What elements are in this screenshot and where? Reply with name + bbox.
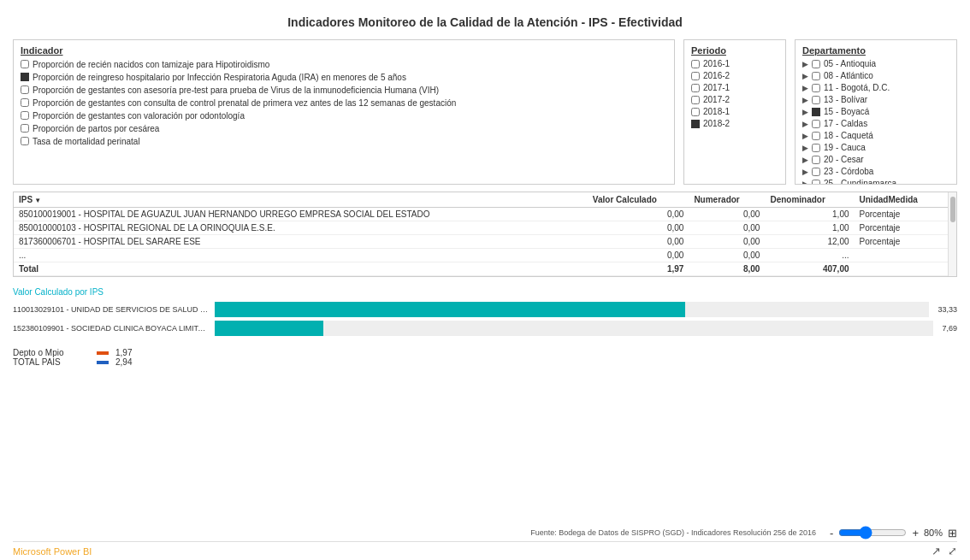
zoom-minus[interactable]: - — [830, 527, 833, 539]
bar-chart-title: Valor Calculado por IPS — [13, 287, 957, 297]
indicador-checkbox[interactable] — [21, 98, 29, 107]
check-filled-icon — [21, 73, 29, 81]
bar-row: 110013029101 - UNIDAD DE SERVICIOS DE SA… — [13, 302, 957, 317]
dept-checkbox[interactable] — [812, 156, 820, 164]
share-icon[interactable]: ↗ — [932, 545, 941, 557]
periodo-item: 2016-1 — [691, 59, 778, 68]
indicador-item: Proporción de gestantes con valoración p… — [21, 110, 667, 121]
cell-unidad: Porcentaje — [855, 208, 948, 221]
departamento-item: ▶18 - Caquetá — [802, 131, 949, 140]
departamento-item: ▶17 - Caldas — [802, 119, 949, 128]
periodo-item: 2016-2 — [691, 71, 778, 80]
dept-arrow-icon: ▶ — [802, 156, 808, 164]
col-valor: Valor Calculado — [588, 192, 689, 208]
indicador-item: Tasa de mortalidad perinatal — [21, 136, 667, 147]
col-denominador: Denominador — [765, 192, 854, 208]
fit-icon[interactable]: ⊞ — [948, 527, 957, 539]
dept-checkbox[interactable] — [812, 144, 820, 152]
dept-arrow-icon: ▶ — [802, 108, 808, 116]
total-numerador: 8,00 — [689, 262, 765, 276]
dept-arrow-icon: ▶ — [802, 120, 808, 128]
metric-label: Depto o Mpio — [13, 348, 90, 357]
main-container: Indicadores Monitoreo de la Calidad de l… — [0, 0, 970, 560]
dept-label: 13 - Bolívar — [824, 95, 867, 104]
bar-fill — [215, 321, 323, 336]
periodo-checkbox[interactable] — [691, 60, 700, 68]
table-scrollbar[interactable] — [948, 192, 956, 276]
indicador-checkbox[interactable] — [21, 124, 29, 133]
zoom-slider[interactable] — [838, 526, 907, 539]
cell-valor: 0,00 — [588, 221, 689, 235]
indicador-item-label: Proporción de recién nacidos con tamizaj… — [33, 59, 269, 70]
periodo-checkbox[interactable] — [691, 72, 700, 80]
cell-unidad: Porcentaje — [855, 221, 948, 235]
departamento-item: ▶11 - Bogotá, D.C. — [802, 83, 949, 92]
dept-checkbox[interactable] — [812, 84, 820, 92]
indicador-item: Proporción de recién nacidos con tamizaj… — [21, 59, 667, 70]
metric-label: TOTAL PAIS — [13, 357, 90, 367]
fullscreen-icon[interactable]: ⤢ — [948, 545, 957, 557]
dept-arrow-icon: ▶ — [802, 60, 808, 68]
col-ips[interactable]: IPS — [14, 192, 588, 208]
table-body: 850100019001 - HOSPITAL DE AGUAZUL JUAN … — [14, 208, 948, 276]
bar-value: 33,33 — [937, 305, 957, 314]
indicador-checkbox[interactable] — [21, 111, 29, 120]
cell-denominador: 1,00 — [765, 208, 854, 221]
dept-checkbox[interactable] — [812, 132, 820, 140]
dept-arrow-icon: ▶ — [802, 144, 808, 152]
indicador-checkbox[interactable] — [21, 60, 29, 68]
table-row: 817360006701 - HOSPITAL DEL SARARE ESE 0… — [14, 235, 948, 249]
bar-row: 152380109901 - SOCIEDAD CLINICA BOYACA L… — [13, 321, 957, 336]
total-denominador: 407,00 — [765, 262, 854, 276]
dept-checkbox[interactable] — [812, 60, 820, 68]
bar-chart-rows: 110013029101 - UNIDAD DE SERVICIOS DE SA… — [13, 302, 957, 336]
cell-numerador: 0,00 — [689, 221, 765, 235]
cell-ips: 817360006701 - HOSPITAL DEL SARARE ESE — [14, 235, 588, 249]
top-section: Indicador Proporción de recién nacidos c… — [13, 39, 957, 185]
dept-checkbox[interactable] — [812, 96, 820, 104]
dept-arrow-icon: ▶ — [802, 84, 808, 92]
bottom-metrics: Depto o Mpio 1,97 TOTAL PAIS 2,94 — [13, 348, 957, 367]
periodo-checkbox[interactable] — [691, 96, 700, 104]
indicador-item: Proporción de gestantes con consulta de … — [21, 97, 667, 109]
dept-checkbox[interactable] — [812, 168, 820, 176]
departamento-title: Departamento — [802, 45, 949, 56]
periodo-label: 2017-2 — [703, 95, 730, 104]
page-title: Indicadores Monitoreo de la Calidad de l… — [13, 15, 957, 29]
cell-ips: 850100019001 - HOSPITAL DE AGUAZUL JUAN … — [14, 208, 588, 221]
periodo-item: 2018-1 — [691, 107, 778, 116]
cell-numerador: 0,00 — [689, 235, 765, 249]
footer-icons: ↗ ⤢ — [932, 545, 957, 557]
zoom-value: 80% — [924, 528, 943, 538]
bar-chart-section: Valor Calculado por IPS 110013029101 - U… — [13, 284, 957, 343]
dept-checkbox[interactable] — [812, 72, 820, 80]
bar-fill — [215, 302, 685, 317]
dept-checkbox[interactable] — [812, 180, 820, 186]
indicador-checkbox[interactable] — [21, 137, 29, 145]
cell-ips: ... — [14, 249, 588, 262]
departamento-item: ▶08 - Atlántico — [802, 71, 949, 80]
indicador-items: Proporción de recién nacidos con tamizaj… — [21, 59, 667, 147]
periodo-label: 2018-1 — [703, 107, 730, 116]
dept-checkbox[interactable] — [812, 120, 820, 128]
periodo-checkbox[interactable] — [691, 108, 700, 116]
departamento-panel: Departamento ▶05 - Antioquia▶08 - Atlánt… — [795, 39, 957, 185]
ips-table-section: IPS Valor Calculado Numerador Denominado… — [13, 192, 957, 277]
indicador-item-label: Tasa de mortalidad perinatal — [33, 136, 140, 147]
departamento-item: ▶20 - Cesar — [802, 155, 949, 164]
power-bi-link[interactable]: Microsoft Power BI — [13, 546, 92, 557]
zoom-plus[interactable]: + — [912, 527, 919, 539]
indicador-item-label: Proporción de gestantes con consulta de … — [33, 97, 456, 109]
metric-dot — [97, 351, 109, 355]
cell-numerador: 0,00 — [689, 208, 765, 221]
indicador-checkbox[interactable] — [21, 85, 29, 94]
indicador-item-label: Proporción de gestantes con valoración p… — [33, 110, 245, 121]
periodo-checkbox[interactable] — [691, 84, 700, 92]
dept-arrow-icon: ▶ — [802, 168, 808, 176]
cell-ips: 850010000103 - HOSPITAL REGIONAL DE LA O… — [14, 221, 588, 235]
cell-denominador: 1,00 — [765, 221, 854, 235]
dept-label: 18 - Caquetá — [824, 131, 873, 140]
dept-check-filled — [812, 108, 820, 116]
cell-valor: 0,00 — [588, 249, 689, 262]
departamento-items: ▶05 - Antioquia▶08 - Atlántico▶11 - Bogo… — [802, 59, 949, 185]
